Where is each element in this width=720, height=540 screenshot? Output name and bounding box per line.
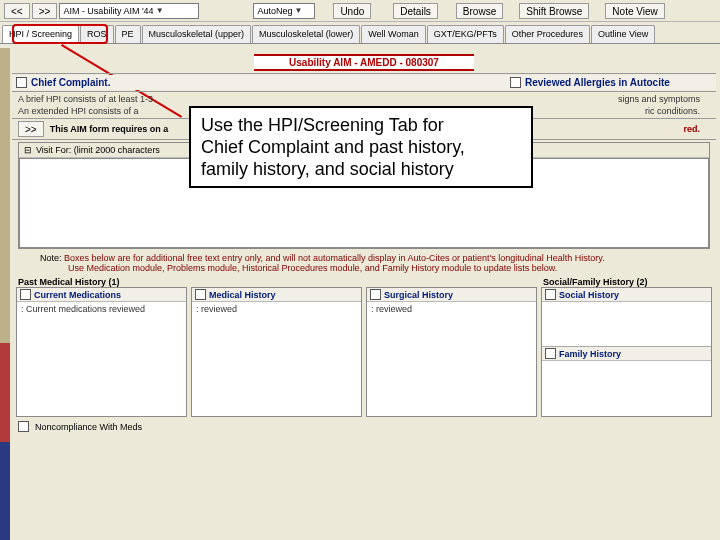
expand-button[interactable]: >> [18,121,44,137]
app-window: << >> AIM - Usability AIM '44 ▼ AutoNeg … [0,0,720,540]
current-meds-body[interactable]: : Current medications reviewed [17,302,186,316]
sfh-group-title: Social/Family History (2) [537,275,716,287]
tab-other-procedures[interactable]: Other Procedures [505,25,590,43]
callout-line-3: family history, and social history [201,158,521,180]
conditions-text: ric conditions. [645,106,700,116]
tab-gxt-ekg-pfts[interactable]: GXT/EKG/PFTs [427,25,504,43]
hpi-desc-1: A brief HPI consists of at least 1-3 [18,94,153,104]
template-combo[interactable]: AIM - Usability AIM '44 ▼ [59,3,199,19]
note-block: Note: Boxes below are for additional fre… [12,251,716,275]
form-requires-text: This AIM form requires on a [50,124,169,134]
reviewed-allergies-title: Reviewed Allergies in Autocite [525,77,670,88]
back-button[interactable]: << [4,3,30,19]
autoneg-combo[interactable]: AutoNeg ▼ [253,3,315,19]
callout-line-2: Chief Complaint and past history, [201,136,521,158]
family-history-checkbox[interactable] [545,348,556,359]
noncompliance-checkbox[interactable] [18,421,29,432]
hpi-desc-2: An extended HPI consists of a [18,106,139,116]
main-toolbar: << >> AIM - Usability AIM '44 ▼ AutoNeg … [0,0,720,22]
surgical-history-checkbox[interactable] [370,289,381,300]
banner-title: Usability AIM - AMEDD - 080307 [254,54,474,71]
details-button[interactable]: Details [393,3,438,19]
chief-complaint-checkbox[interactable] [16,77,27,88]
collapse-icon[interactable]: ⊟ [24,145,32,155]
tab-msk-upper[interactable]: Musculoskeletal (upper) [142,25,252,43]
family-history-body[interactable] [542,361,711,401]
current-meds-title: Current Medications [34,290,121,300]
pmh-group-title: Past Medical History (1) [12,275,537,287]
undo-button[interactable]: Undo [333,3,371,19]
family-history-title: Family History [559,349,621,359]
chief-complaint-title: Chief Complaint. [31,77,110,88]
surgical-history-body[interactable]: : reviewed [367,302,536,316]
tab-ros[interactable]: ROS [80,25,114,43]
current-medications-panel: Current Medications : Current medication… [16,287,187,417]
social-history-title: Social History [559,290,619,300]
visit-for-title: Visit For: (limit 2000 characters [36,145,160,155]
tab-outline-view[interactable]: Outline View [591,25,655,43]
medical-history-panel: Medical History : reviewed [191,287,362,417]
browse-button[interactable]: Browse [456,3,503,19]
medical-history-checkbox[interactable] [195,289,206,300]
surgical-history-panel: Surgical History : reviewed [366,287,537,417]
template-combo-value: AIM - Usability AIM '44 [63,6,153,16]
social-history-checkbox[interactable] [545,289,556,300]
tab-well-woman[interactable]: Well Woman [361,25,426,43]
left-color-bar [0,48,10,540]
social-family-panel: Social History Family History [541,287,712,417]
tab-bar: HPI / Screening ROS PE Musculoskeletal (… [0,22,720,44]
chevron-down-icon: ▼ [156,6,164,15]
social-history-body[interactable] [542,302,711,346]
current-meds-checkbox[interactable] [20,289,31,300]
medical-history-title: Medical History [209,290,276,300]
medical-history-body[interactable]: : reviewed [192,302,361,316]
tab-msk-lower[interactable]: Musculoskeletal (lower) [252,25,360,43]
reviewed-allergies-checkbox[interactable] [510,77,521,88]
instruction-callout: Use the HPI/Screening Tab for Chief Comp… [189,106,533,188]
signs-symptoms-text: signs and symptoms [618,94,700,104]
note-view-button[interactable]: Note View [605,3,664,19]
shift-browse-button[interactable]: Shift Browse [519,3,589,19]
history-panels-row: Current Medications : Current medication… [12,287,716,417]
forward-button[interactable]: >> [32,3,58,19]
surgical-history-title: Surgical History [384,290,453,300]
tab-pe[interactable]: PE [115,25,141,43]
note-line-1: Boxes below are for additional free text… [64,253,605,263]
note-label: Note: [40,253,62,263]
tab-hpi-screening[interactable]: HPI / Screening [2,25,79,43]
noncompliance-label: Noncompliance With Meds [35,422,142,432]
required-tail: red. [683,124,700,134]
note-line-2: Use Medication module, Problems module, … [68,263,557,273]
chevron-down-icon: ▼ [294,6,302,15]
callout-line-1: Use the HPI/Screening Tab for [201,114,521,136]
